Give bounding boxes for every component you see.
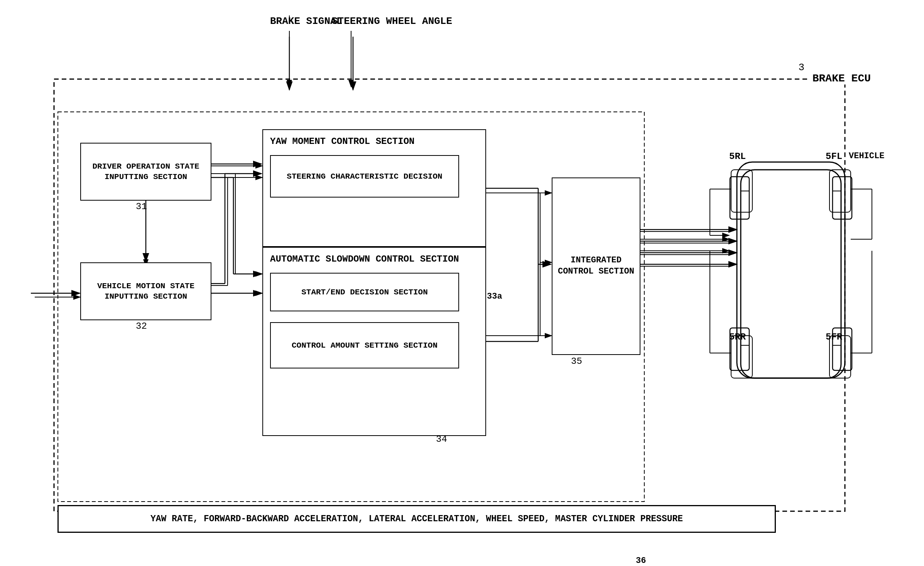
driver-operation-state-block: DRIVER OPERATION STATE INPUTTING SECTION <box>80 143 211 201</box>
integrated-ref: 35 <box>571 356 582 367</box>
control-amount-block: CONTROL AMOUNT SETTING SECTION <box>270 322 459 368</box>
auto-slowdown-label: AUTOMATIC SLOWDOWN CONTROL SECTION <box>270 253 459 265</box>
wheel-rl-label: 5RL <box>729 151 746 162</box>
yaw-moment-control-block: YAW MOMENT CONTROL SECTION STEERING CHAR… <box>262 129 486 247</box>
wheel-fl-label: 5FL <box>826 151 842 162</box>
yaw-moment-label: YAW MOMENT CONTROL SECTION <box>270 135 414 147</box>
svg-rect-25 <box>737 162 845 378</box>
svg-rect-65 <box>730 177 749 219</box>
steering-char-block: STEERING CHARACTERISTIC DECISION <box>270 155 459 198</box>
start-end-ref: 36 <box>636 556 646 566</box>
svg-rect-26 <box>731 170 752 212</box>
svg-rect-67 <box>833 177 852 219</box>
auto-slowdown-ref: 34 <box>436 434 447 444</box>
bottom-text: YAW RATE, FORWARD-BACKWARD ACCELERATION,… <box>58 505 775 532</box>
brake-ecu-label: BRAKE ECU <box>809 73 874 84</box>
start-end-block: START/END DECISION SECTION <box>270 273 459 311</box>
vehicle-motion-state-block: VEHICLE MOTION STATE INPUTTING SECTION <box>80 262 211 320</box>
diagram-container: BRAKE SIGNAL STEERING WHEEL ANGLE BRAKE … <box>15 15 909 551</box>
steering-char-ref: 33a <box>487 291 502 302</box>
brake-ecu-ref: 3 <box>798 62 804 73</box>
vehicle-motion-ref: 32 <box>136 321 147 331</box>
wheel-fr-label: 5FR <box>826 332 842 342</box>
auto-slowdown-block: AUTOMATIC SLOWDOWN CONTROL SECTION START… <box>262 247 486 436</box>
vehicle-label: VEHICLE <box>849 151 884 161</box>
integrated-control-block: INTEGRATED CONTROL SECTION <box>552 177 640 355</box>
svg-rect-28 <box>829 170 851 212</box>
wheel-rr-label: 5RR <box>729 332 746 342</box>
steering-angle-label: STEERING WHEEL ANGLE <box>332 15 452 27</box>
svg-rect-64 <box>741 170 841 378</box>
driver-op-ref: 31 <box>136 201 147 212</box>
